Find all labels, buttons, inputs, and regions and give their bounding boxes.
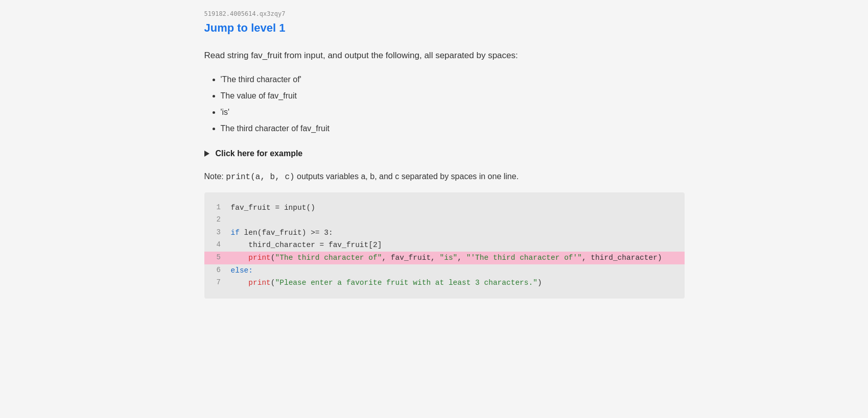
page-container: 519182.4005614.qx3zqy7 Jump to level 1 R… bbox=[153, 0, 715, 418]
list-item: The value of fav_fruit bbox=[221, 90, 685, 102]
line-number-3: 3 bbox=[217, 227, 231, 239]
line-content-7: print("Please enter a favorite fruit wit… bbox=[231, 277, 672, 289]
jump-to-level-heading: Jump to level 1 bbox=[204, 21, 685, 35]
line-content-5: print("The third character of", fav_frui… bbox=[231, 252, 672, 264]
note-suffix: outputs variables a, b, and c separated … bbox=[295, 172, 519, 181]
description-text: Read string fav_fruit from input, and ou… bbox=[204, 49, 685, 62]
example-toggle-label: Click here for example bbox=[216, 149, 303, 158]
code-line-5: 5 print("The third character of", fav_fr… bbox=[204, 252, 685, 264]
note-code: print(a, b, c) bbox=[226, 173, 294, 182]
line-number-4: 4 bbox=[217, 239, 231, 251]
triangle-icon bbox=[204, 151, 209, 157]
line-number-2: 2 bbox=[217, 214, 231, 226]
line-content-3: if len(fav_fruit) >= 3: bbox=[231, 227, 672, 239]
meta-id: 519182.4005614.qx3zqy7 bbox=[204, 10, 685, 17]
line-number-5: 5 bbox=[217, 252, 231, 264]
line-content-4: third_character = fav_fruit[2] bbox=[231, 239, 672, 252]
list-item: 'is' bbox=[221, 106, 685, 118]
line-content-6: else: bbox=[231, 264, 672, 277]
list-item: 'The third character of' bbox=[221, 73, 685, 86]
code-line-4: 4 third_character = fav_fruit[2] bbox=[217, 239, 672, 252]
code-line-2: 2 bbox=[217, 214, 672, 227]
list-item: The third character of fav_fruit bbox=[221, 122, 685, 135]
code-line-1: 1 fav_fruit = input() bbox=[217, 202, 672, 214]
note-prefix: Note: bbox=[204, 172, 226, 181]
example-toggle[interactable]: Click here for example bbox=[204, 149, 685, 158]
line-number-6: 6 bbox=[217, 264, 231, 277]
code-block: 1 fav_fruit = input() 2 3 if len(fav_fru… bbox=[204, 192, 685, 299]
line-content-2 bbox=[231, 214, 672, 227]
code-line-6: 6 else: bbox=[217, 264, 672, 277]
bullet-list: 'The third character of' The value of fa… bbox=[204, 73, 685, 135]
code-line-7: 7 print("Please enter a favorite fruit w… bbox=[217, 277, 672, 289]
line-content-1: fav_fruit = input() bbox=[231, 202, 672, 214]
code-line-3: 3 if len(fav_fruit) >= 3: bbox=[217, 227, 672, 239]
note-line: Note: print(a, b, c) outputs variables a… bbox=[204, 170, 685, 183]
line-number-1: 1 bbox=[217, 202, 231, 214]
line-number-7: 7 bbox=[217, 277, 231, 289]
